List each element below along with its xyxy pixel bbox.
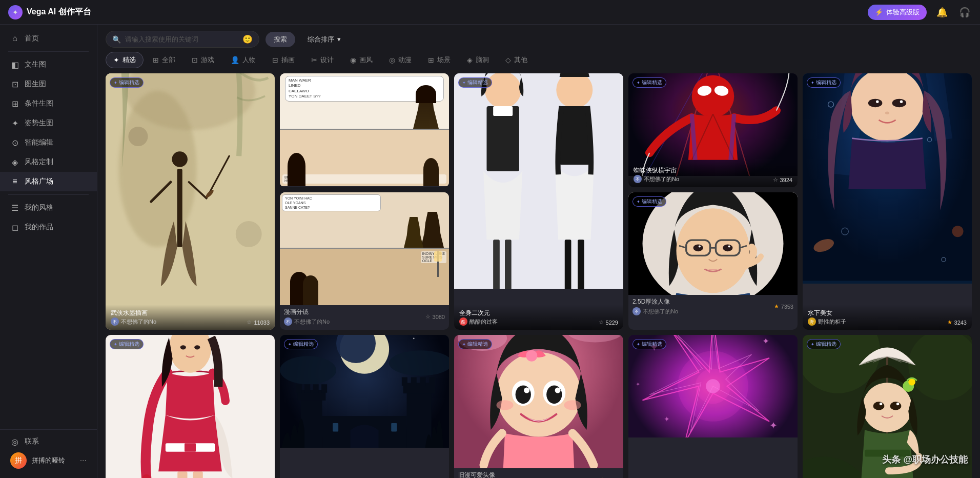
search-button[interactable]: 搜索 bbox=[266, 32, 295, 47]
pose-icon: ✦ bbox=[10, 118, 19, 128]
svg-rect-49 bbox=[803, 281, 972, 284]
card-spiderman[interactable]: 编辑精选 蜘蛛侠纵横宇宙 不 不想佛了的No ☆ 3924 bbox=[628, 73, 798, 187]
card-overlay-wuxia: 武侠水墨插画 不 不想佛了的No ☆ 11033 bbox=[106, 305, 275, 330]
svg-point-61 bbox=[699, 245, 701, 247]
editor-badge-fashion: 编辑精选 bbox=[110, 339, 144, 349]
filter-tab-all[interactable]: ⊞ 全部 bbox=[146, 52, 182, 68]
card-portrait[interactable]: 编辑精选 2.5D厚涂人像 不 不想佛了的No ★ 7353 bbox=[628, 192, 798, 330]
card-comic1[interactable]: MAN WAERLINEDCAELAWOYON DAEET S?? B bbox=[280, 73, 449, 187]
card-underwater[interactable]: 编辑精选 水下美女 野 野性的柜子 ★ 3243 bbox=[803, 73, 972, 330]
card-stats-portrait: ★ 7353 bbox=[774, 303, 793, 310]
svg-rect-141 bbox=[865, 450, 910, 457]
card-castle[interactable]: 编辑精选 bbox=[280, 335, 449, 478]
star-outline-icon3: ☆ bbox=[773, 176, 778, 183]
card-info-cute: 旧漫可爱头像 不 不想佛了的No ★ 6753 bbox=[454, 468, 623, 478]
svg-point-31 bbox=[692, 75, 734, 118]
filter-tab-brain[interactable]: ◈ 脑洞 bbox=[460, 52, 496, 68]
svg-point-117 bbox=[706, 379, 720, 393]
contact-icon: ◎ bbox=[10, 437, 19, 446]
svg-point-140 bbox=[896, 403, 900, 406]
svg-rect-93 bbox=[411, 377, 417, 386]
smart-edit-icon: ⊙ bbox=[10, 138, 19, 147]
svg-point-2 bbox=[118, 91, 196, 247]
card-wuxia[interactable]: 编辑精选 武侠水墨插画 不 不想佛了的No ☆ 11033 bbox=[106, 73, 275, 330]
sidebar-item-home[interactable]: ⌂ 首页 bbox=[0, 29, 97, 48]
card-info-comic2: 漫画分镜 不 不想佛了的No ☆ 3080 bbox=[280, 305, 449, 329]
card-pink-style[interactable]: ✦ ✦ ✦ ✦ ✦ 编辑精选 bbox=[628, 335, 798, 478]
author-avatar-spider: 不 bbox=[634, 175, 642, 183]
card-title-comic2: 漫画分镜 bbox=[284, 308, 330, 316]
painting-style-icon: ◉ bbox=[350, 56, 356, 64]
svg-point-111 bbox=[555, 388, 561, 393]
author-avatar-wuxia: 不 bbox=[111, 317, 119, 326]
sidebar-user[interactable]: 拼 拼搏的哑铃 ··· bbox=[10, 452, 87, 469]
card-stats-underwater: ★ 3243 bbox=[947, 319, 967, 326]
svg-point-53 bbox=[677, 208, 750, 293]
sidebar-item-my-works[interactable]: ◻ 我的作品 bbox=[0, 217, 97, 237]
card-fashion[interactable]: 编辑精选 bbox=[106, 335, 275, 478]
star-outline-icon2: ☆ bbox=[599, 319, 604, 326]
svg-point-104 bbox=[497, 352, 581, 437]
svg-point-43 bbox=[892, 99, 907, 108]
search-input[interactable] bbox=[125, 35, 238, 43]
sidebar-item-pose[interactable]: ✦ 姿势生图 bbox=[0, 113, 97, 133]
filter-tab-scene[interactable]: ⊞ 场景 bbox=[421, 52, 458, 68]
main-layout: ⌂ 首页 ◧ 文生图 ⊡ 图生图 ⊞ 条件生图 ✦ 姿势生图 ⊙ 智能编辑 ◈ … bbox=[0, 25, 980, 478]
svg-point-137 bbox=[873, 402, 885, 410]
svg-rect-15 bbox=[493, 240, 500, 289]
card-comic2[interactable]: YON YOINI HACOLE YOANSSANNE CATE? INOINY… bbox=[280, 192, 449, 330]
svg-point-109 bbox=[546, 385, 562, 404]
sort-label: 综合排序 bbox=[308, 35, 334, 44]
sidebar-item-my-style[interactable]: ☰ 我的风格 bbox=[0, 198, 97, 217]
star-outline-icon: ☆ bbox=[247, 319, 252, 326]
svg-point-10 bbox=[236, 221, 262, 247]
sidebar-item-image-to-image[interactable]: ⊡ 图生图 bbox=[0, 74, 97, 94]
card-girl-umbrella[interactable]: 编辑精选 bbox=[803, 335, 972, 478]
card-title-wuxia: 武侠水墨插画 bbox=[111, 309, 156, 317]
upgrade-button[interactable]: ⚡ 体验高级版 bbox=[868, 5, 927, 20]
notification-icon[interactable]: 🔔 bbox=[935, 5, 949, 19]
filter-tab-illustration[interactable]: ⊟ 插画 bbox=[265, 52, 302, 68]
sidebar-item-style-custom[interactable]: ◈ 风格定制 bbox=[0, 152, 97, 172]
style-custom-icon: ◈ bbox=[10, 157, 19, 167]
sidebar-item-text-to-image[interactable]: ◧ 文生图 bbox=[0, 55, 97, 74]
editor-badge-pink: 编辑精选 bbox=[632, 339, 666, 349]
filter-tab-selected[interactable]: ✦ 精选 bbox=[106, 52, 144, 68]
filter-tab-design[interactable]: ✂ 设计 bbox=[304, 52, 341, 68]
svg-rect-95 bbox=[430, 377, 435, 386]
conditional-icon: ⊞ bbox=[10, 99, 19, 108]
filter-tab-person[interactable]: 👤 人物 bbox=[223, 52, 263, 68]
filter-tab-other[interactable]: ◇ 其他 bbox=[498, 52, 535, 68]
svg-point-44 bbox=[876, 100, 879, 103]
svg-rect-16 bbox=[505, 240, 512, 289]
filter-tab-game[interactable]: ⊡ 游戏 bbox=[185, 52, 221, 68]
card-stats-comic2: ☆ 3080 bbox=[425, 313, 445, 320]
game-icon: ⊡ bbox=[192, 56, 198, 64]
sidebar-item-contact[interactable]: ◎ 联系 bbox=[10, 435, 87, 448]
svg-rect-69 bbox=[185, 443, 196, 452]
editor-badge-underwater: 编辑精选 bbox=[807, 77, 841, 88]
card-stats-spider: ☆ 3924 bbox=[773, 176, 792, 183]
svg-point-62 bbox=[728, 245, 730, 247]
author-avatar-underwater: 野 bbox=[808, 317, 816, 326]
user-more-icon[interactable]: ··· bbox=[80, 456, 87, 465]
card-anime-char[interactable]: 全身设计参考 编辑精选 全身二次元 酷 酷酷的过客 bbox=[454, 73, 623, 330]
editor-badge-castle: 编辑精选 bbox=[284, 339, 318, 349]
svg-point-59 bbox=[693, 244, 703, 251]
filter-tab-anime[interactable]: ◎ 动漫 bbox=[382, 52, 419, 68]
sidebar-item-style-plaza[interactable]: ≡ 风格广场 bbox=[0, 172, 97, 191]
filter-tab-painting-style[interactable]: ◉ 画风 bbox=[343, 52, 380, 68]
svg-rect-86 bbox=[296, 384, 302, 393]
svg-point-138 bbox=[890, 402, 902, 410]
toolbar: 🔍 🙂 搜索 综合排序 ▾ bbox=[97, 25, 980, 52]
svg-rect-97 bbox=[333, 423, 338, 432]
sidebar-item-conditional[interactable]: ⊞ 条件生图 bbox=[0, 94, 97, 113]
sort-dropdown[interactable]: 综合排序 ▾ bbox=[301, 32, 347, 47]
other-icon: ◇ bbox=[505, 56, 511, 64]
svg-rect-20 bbox=[560, 106, 589, 165]
card-cute-anime[interactable]: 编辑精选 旧漫可爱头像 不 不想佛了的No ★ 6753 bbox=[454, 335, 623, 478]
card-overlay-spider: 蜘蛛侠纵横宇宙 不 不想佛了的No ☆ 3924 bbox=[628, 162, 798, 187]
headphone-icon[interactable]: 🎧 bbox=[957, 5, 972, 19]
anime-icon: ◎ bbox=[389, 56, 395, 64]
sidebar-item-smart-edit[interactable]: ⊙ 智能编辑 bbox=[0, 133, 97, 152]
